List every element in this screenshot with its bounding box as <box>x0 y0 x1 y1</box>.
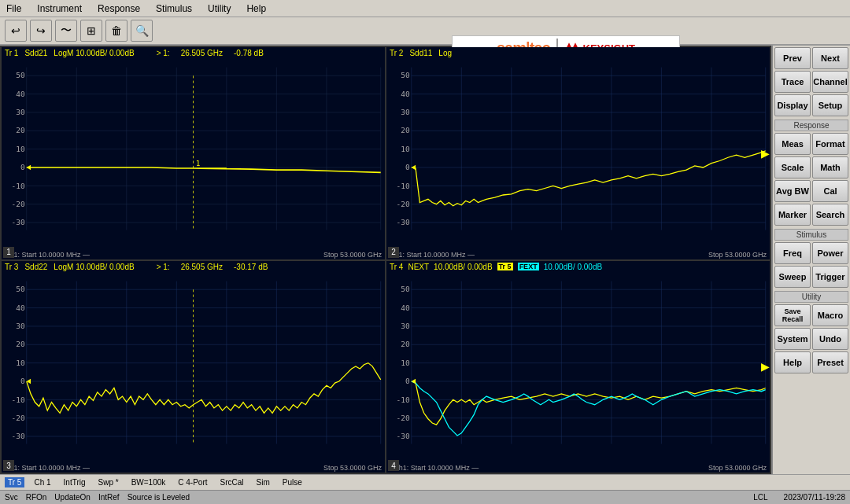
redo-button[interactable]: ↪ <box>30 20 52 42</box>
cal-button[interactable]: Cal <box>812 180 848 202</box>
wave-button[interactable]: 〜 <box>55 20 77 42</box>
status-tr5: Tr 5 <box>5 477 24 487</box>
save-recall-button[interactable]: Save Recall <box>774 304 811 326</box>
toolbar: ↩ ↪ 〜 ⊞ 🗑 🔍 sam|tec KEYSIGHT <box>0 17 850 46</box>
chart-1-marker-y: -0.78 dB <box>234 49 264 57</box>
meas-button[interactable]: Meas <box>774 133 811 155</box>
status-lcl: LCL <box>753 493 767 502</box>
chart-1-scale: LogM 10.00dB/ 0.00dB <box>54 49 134 57</box>
bottom-right: LCL 2023/07/11-19:28 <box>753 493 845 502</box>
chart-4-footer: >Ch1: Start 10.0000 MHz — Stop 53.0000 G… <box>386 463 770 473</box>
freq-button[interactable]: Freq <box>774 242 811 264</box>
svg-text:-30: -30 <box>396 218 409 226</box>
trash-button[interactable]: 🗑 <box>105 20 128 42</box>
svg-text:50: 50 <box>401 71 410 79</box>
meas-format-row: Meas Format <box>774 133 848 155</box>
menu-response[interactable]: Response <box>94 2 143 16</box>
help-button[interactable]: Help <box>774 351 811 373</box>
grid-button[interactable]: ⊞ <box>80 20 102 42</box>
svg-text:0: 0 <box>405 163 410 171</box>
macro-button[interactable]: Macro <box>812 304 848 326</box>
svg-text:20: 20 <box>16 126 25 134</box>
chart-4-header: Tr 4 NEXT 10.00dB/ 0.00dB Tr 5 FEXT 10.0… <box>386 261 770 273</box>
svg-text:50: 50 <box>16 285 25 293</box>
system-button[interactable]: System <box>774 328 811 350</box>
svg-text:30: 30 <box>401 108 410 116</box>
chart-3-param: Sdd22 <box>24 263 47 271</box>
chart-4-svg: 50 40 30 20 10 0 -10 -20 -30 <box>386 273 770 457</box>
svg-text:10: 10 <box>16 145 25 153</box>
channel-button[interactable]: Channel <box>812 71 848 93</box>
svg-text:-10: -10 <box>11 395 24 403</box>
trace-button[interactable]: Trace <box>774 71 811 93</box>
chart-1-svg: 50 40 30 20 10 0 -10 -20 -30 1 <box>2 59 385 243</box>
chart-2-start: Ch1: Start 10.0000 MHz — <box>390 251 475 259</box>
chart-2-scale: Log <box>438 49 452 57</box>
menu-file[interactable]: File <box>3 2 24 16</box>
response-section-label: Response <box>774 120 848 131</box>
chart-4-trace: Tr 4 <box>390 263 403 271</box>
svg-text:50: 50 <box>401 285 410 293</box>
chart-panel-3: Tr 3 Sdd22 LogM 10.00dB/ 0.00dB > 1: 26.… <box>2 261 385 473</box>
svg-text:10: 10 <box>16 358 25 366</box>
chart-2-num: 2 <box>388 247 399 258</box>
svg-text:30: 30 <box>401 322 410 330</box>
status-sim: Sim <box>253 478 273 487</box>
display-setup-row: Display Setup <box>774 94 848 116</box>
zoom-button[interactable]: 🔍 <box>131 20 153 42</box>
menu-instrument[interactable]: Instrument <box>34 2 85 16</box>
status-updateon: UpdateOn <box>54 493 91 502</box>
format-button[interactable]: Format <box>812 133 848 155</box>
marker-button[interactable]: Marker <box>774 204 811 226</box>
bottom-bar: Svc RFOn UpdateOn IntRef Source is Level… <box>0 490 850 504</box>
svg-text:-30: -30 <box>11 218 24 226</box>
chart-3-marker-y: -30.17 dB <box>234 263 268 271</box>
menu-utility[interactable]: Utility <box>205 2 234 16</box>
undo-button[interactable]: ↩ <box>5 20 27 42</box>
svg-text:50: 50 <box>16 71 25 79</box>
freq-power-row: Freq Power <box>774 242 848 264</box>
svg-text:40: 40 <box>16 303 25 311</box>
svg-text:0: 0 <box>20 377 25 385</box>
preset-button[interactable]: Preset <box>812 351 848 373</box>
setup-button[interactable]: Setup <box>812 94 848 116</box>
svg-text:0: 0 <box>405 377 410 385</box>
nav-row: Prev Next <box>774 47 848 69</box>
right-panel: Prev Next Trace Channel Display Setup Re… <box>771 46 850 474</box>
status-datetime: 2023/07/11-19:28 <box>784 493 845 502</box>
chart-1-num: 1 <box>3 247 14 258</box>
bottom-left: Svc RFOn UpdateOn IntRef Source is Level… <box>5 493 190 502</box>
system-undo-row: System Undo <box>774 328 848 350</box>
svg-text:20: 20 <box>16 340 25 348</box>
display-button[interactable]: Display <box>774 94 811 116</box>
power-button[interactable]: Power <box>812 242 848 264</box>
chart-3-footer: Ch1: Start 10.0000 MHz — Stop 53.0000 GH… <box>2 463 385 473</box>
avgbw-button[interactable]: Avg BW <box>774 180 811 202</box>
chart-2-header: Tr 2 Sdd11 Log <box>386 47 770 59</box>
next-button[interactable]: Next <box>812 47 848 69</box>
svg-text:30: 30 <box>16 108 25 116</box>
undo-btn[interactable]: Undo <box>812 328 848 350</box>
save-macro-row: Save Recall Macro <box>774 304 848 326</box>
prev-button[interactable]: Prev <box>774 47 811 69</box>
main-content: Tr 1 Sdd21 LogM 10.00dB/ 0.00dB > 1: 26.… <box>0 46 850 474</box>
charts-grid: Tr 1 Sdd21 LogM 10.00dB/ 0.00dB > 1: 26.… <box>0 46 771 474</box>
menu-stimulus[interactable]: Stimulus <box>153 2 195 16</box>
chart-3-num: 3 <box>3 460 14 471</box>
search-button[interactable]: Search <box>812 204 848 226</box>
svg-text:10: 10 <box>401 145 410 153</box>
menu-help[interactable]: Help <box>243 2 269 16</box>
svg-text:20: 20 <box>401 126 410 134</box>
math-button[interactable]: Math <box>812 156 848 178</box>
chart-1-param: Sdd21 <box>24 49 47 57</box>
chart-3-svg: 50 40 30 20 10 0 -10 -20 -30 <box>2 273 385 457</box>
scale-math-row: Scale Math <box>774 156 848 178</box>
svg-text:-20: -20 <box>396 413 409 421</box>
chart-3-trace: Tr 3 <box>5 263 18 271</box>
sweep-button[interactable]: Sweep <box>774 266 811 288</box>
chart-4-stop: Stop 53.0000 GHz <box>708 464 767 472</box>
chart-1-header: Tr 1 Sdd21 LogM 10.00dB/ 0.00dB > 1: 26.… <box>2 47 385 59</box>
chart-4-fext-scale: 10.00dB/ 0.00dB <box>544 263 603 271</box>
trigger-button[interactable]: Trigger <box>812 266 848 288</box>
scale-button[interactable]: Scale <box>774 156 811 178</box>
